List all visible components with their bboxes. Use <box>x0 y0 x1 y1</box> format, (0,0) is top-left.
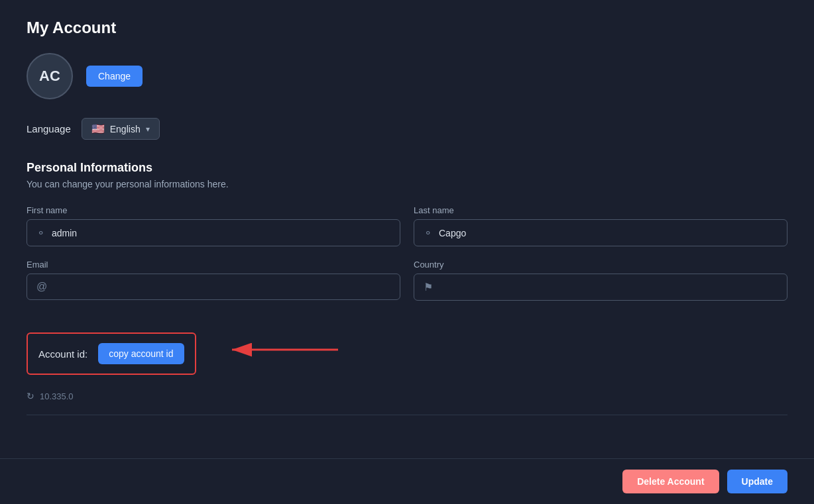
section-title: Personal Informations <box>27 161 787 175</box>
country-input-wrapper: ⚑ <box>414 274 787 301</box>
email-input[interactable] <box>54 281 390 292</box>
copy-account-id-button[interactable]: copy account id <box>98 343 184 364</box>
page-title: My Account <box>27 19 787 37</box>
avatar: AC <box>27 53 73 99</box>
first-name-input-wrapper: ⚬ <box>27 219 400 246</box>
language-select-button[interactable]: 🇺🇸 English ▾ <box>82 118 160 140</box>
version-row: ↻ 10.335.0 <box>27 391 787 401</box>
user-icon: ⚬ <box>424 227 432 239</box>
first-name-input[interactable] <box>52 228 390 238</box>
last-name-group: Last name ⚬ <box>414 205 787 246</box>
user-icon: ⚬ <box>36 227 45 239</box>
update-button[interactable]: Update <box>727 470 787 493</box>
flag-small-icon: ⚑ <box>424 281 433 293</box>
country-group: Country ⚑ <box>414 260 787 301</box>
arrow-svg <box>225 340 345 360</box>
arrow-annotation <box>225 340 345 360</box>
email-label: Email <box>27 260 400 270</box>
at-icon: @ <box>36 281 47 293</box>
delete-account-button[interactable]: Delete Account <box>622 470 719 493</box>
flag-icon: 🇺🇸 <box>91 123 105 135</box>
change-avatar-button[interactable]: Change <box>86 66 143 87</box>
footer-bar: Delete Account Update <box>0 458 814 504</box>
chevron-down-icon: ▾ <box>146 125 150 134</box>
email-input-wrapper: @ <box>27 274 400 300</box>
first-name-label: First name <box>27 205 400 215</box>
last-name-input[interactable] <box>439 228 778 238</box>
language-label: Language <box>27 123 71 134</box>
first-name-group: First name ⚬ <box>27 205 400 246</box>
email-group: Email @ <box>27 260 400 301</box>
country-input[interactable] <box>439 282 778 293</box>
last-name-label: Last name <box>414 205 787 215</box>
email-country-form-row: Email @ Country ⚑ <box>27 260 787 301</box>
last-name-input-wrapper: ⚬ <box>414 219 787 246</box>
language-value: English <box>110 124 141 134</box>
avatar-row: AC Change <box>27 53 787 99</box>
divider <box>27 415 787 415</box>
name-form-row: First name ⚬ Last name ⚬ <box>27 205 787 246</box>
version-value: 10.335.0 <box>40 391 74 401</box>
account-id-section: Account id: copy account id <box>27 332 196 375</box>
country-label: Country <box>414 260 787 270</box>
language-row: Language 🇺🇸 English ▾ <box>27 118 787 140</box>
account-id-label: Account id: <box>38 348 87 360</box>
section-subtitle: You can change your personal information… <box>27 179 787 189</box>
refresh-icon: ↻ <box>27 391 34 401</box>
